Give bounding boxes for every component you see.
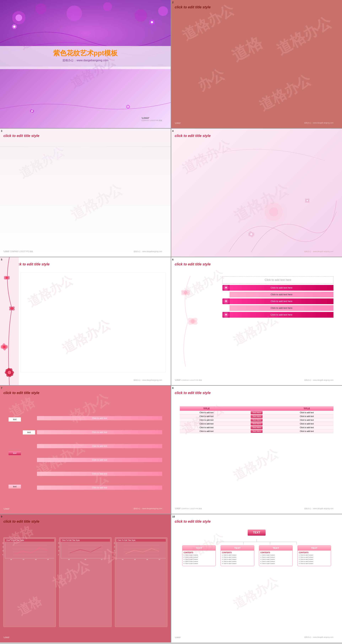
flow-text-2[interactable]: Click to add text (37, 430, 162, 434)
slide6-content: Click to add text here ♥ Click to add te… (222, 276, 334, 319)
org-box4-title[interactable]: TEXT (298, 546, 331, 550)
slide4-arc (188, 139, 325, 164)
cell-r1c2[interactable]: Text Here (233, 411, 280, 414)
wm10-2: 道格办公 (230, 574, 282, 613)
slide3-title[interactable]: click to edit title style (4, 134, 39, 138)
cell-r4c3[interactable]: Click to add text (280, 422, 334, 426)
org-box-3: TEXT CONTENTS 1. Click to add Content2. … (259, 545, 292, 566)
org-box2-items[interactable]: 1. Click to add Content2. Click to add C… (222, 554, 253, 565)
cell-r6c3[interactable]: Click to add text (280, 429, 334, 433)
slide6-bar-3[interactable]: Click to add text here (230, 298, 334, 304)
flow-text-1[interactable]: Click to add text (37, 416, 162, 420)
table-row: Click to add text Text Here Click to add… (180, 422, 334, 426)
org-box1-title[interactable]: TEXT (182, 546, 216, 550)
wm2-3: 办公 (194, 65, 228, 96)
slide-grid: 道格办公 道格办公 (0, 0, 342, 642)
wm3-1: 道格办公 (16, 143, 68, 182)
slide6-row-2: Click to add text here (222, 292, 334, 298)
cell-r5c1[interactable]: Click to add text (180, 426, 233, 429)
svg-point-7 (158, 6, 168, 16)
org-box4-items[interactable]: 1. Click to add Content2. Click to add C… (299, 554, 330, 565)
cell-r2c1[interactable]: Click to add text (180, 414, 233, 418)
svg-point-45 (3, 346, 6, 348)
chart2-area: 2015105 (61, 542, 110, 558)
slide7-title[interactable]: click to edit title style (4, 391, 39, 395)
slide3-num: 3 (1, 130, 2, 132)
slide6-bar-1[interactable]: Click to add text here (230, 285, 334, 291)
slide6-header[interactable]: Click to add text here (222, 276, 334, 284)
flow-text-6[interactable]: Click to add text (37, 486, 162, 490)
table-row: Click to add text Text Here Click to add… (180, 429, 334, 433)
slide2-title[interactable]: click to edit title style (175, 5, 210, 9)
cell-r2c2[interactable]: Text Here (233, 414, 280, 418)
org-box2-title[interactable]: TEXT (221, 546, 254, 550)
slide6-bar-4[interactable]: Click to add text here (230, 305, 334, 311)
cell-r1c3[interactable]: Click to add text (280, 411, 334, 414)
slide-6: 道格办公 道格办公 6 click to edit title style Cl… (171, 257, 342, 385)
slide4-title[interactable]: click to edit title style (175, 134, 210, 138)
org-box3-title[interactable]: TEXT (259, 546, 292, 550)
org-box1-items[interactable]: 1. Click to add Content2. Click to add C… (184, 554, 214, 565)
slide6-bar-5[interactable]: Click to add text here (230, 312, 334, 318)
slide6-bar-2[interactable]: Click to add text here (230, 292, 334, 298)
table-row: Click to add text Text Here Click to add… (180, 418, 334, 422)
chart1-y-labels: 2015105 (2, 542, 4, 558)
slide4-num: 4 (172, 130, 174, 132)
slide6-title[interactable]: click to edit title style (175, 262, 210, 266)
flow-box-plain-1[interactable]: text (8, 417, 21, 422)
cell-r3c3[interactable]: Click to add text (280, 418, 334, 422)
slide6-logo: 'LOGO' COMPANY LOGOTYPE 模板 (175, 379, 202, 382)
cell-r3c1[interactable]: Click to add text (180, 418, 233, 422)
org-box-1: TEXT CONTENTS 1. Click to add Content2. … (182, 545, 216, 566)
org-box3-items[interactable]: 1. Click to add Content2. Click to add C… (260, 554, 291, 565)
svg-point-12 (13, 26, 15, 28)
slide8-title[interactable]: click to edit title style (175, 391, 210, 395)
slide9-title[interactable]: click to edit title style (4, 520, 39, 524)
chart1-area: 2015105 (5, 542, 54, 558)
watermark-8: 道格办公 道格办公 (171, 386, 342, 514)
svg-point-27 (269, 207, 278, 216)
cell-r2c3[interactable]: Click to add text (280, 414, 334, 418)
org-box4-content: CONTENTS 1. Click to add Content2. Click… (298, 550, 331, 566)
slide4-url: 道格办公：www.daogeb angong.com (304, 250, 334, 253)
slide-2: 道格办公 道格 办公 道格办公 道格办公 2 click to edit tit… (171, 0, 342, 128)
cell-r4c2[interactable]: Text Here (233, 422, 280, 426)
org-box2-sub: CONTENTS (222, 552, 253, 554)
wm2-5: 道格办公 (256, 70, 314, 116)
data-table: TITLE TITLE Click to add text Text Here … (180, 406, 334, 433)
svg-point-3 (35, 4, 46, 14)
slide-9: 道格 格办公 道格 公 9 click to edit title style … (0, 514, 171, 642)
org-top-box[interactable]: TEXT (248, 530, 266, 536)
cell-r3c2[interactable]: Text Here (233, 418, 280, 422)
chart2-x-labels: 050607 (61, 559, 110, 560)
slide6-icon-3: ♥ (222, 298, 230, 304)
slide1-main-title[interactable]: 紫色花纹艺术ppt模板 (53, 49, 118, 58)
slide1-sub-title[interactable]: 道格办公：www.daogebangong.com (53, 59, 118, 62)
cell-r5c3[interactable]: Click to add text (280, 426, 334, 429)
slide5-title[interactable]: click to edit title style (14, 262, 50, 266)
slide-5: 道格办公 道格办公 5 click to edit title style (0, 257, 171, 385)
flow-right-col: Click to add text Click to add text Clic… (37, 411, 162, 494)
flow-text-5[interactable]: Click to add text (37, 472, 162, 476)
cell-r6c1[interactable]: Click to add text (180, 429, 233, 433)
flow-left-col: text text text (8, 411, 21, 494)
cell-r5c2[interactable]: Text Here (233, 426, 280, 429)
wm2-4: 道格办公 (273, 12, 335, 60)
cell-r4c1[interactable]: Click to add text (180, 422, 233, 426)
flow-box-light-1[interactable]: text (8, 485, 21, 488)
chart3-x-labels: 04050607 (116, 559, 166, 560)
chart2-y-labels: 2015105 (58, 542, 60, 558)
flow-box-pink-1[interactable]: text (8, 451, 21, 455)
slide-1: 道格办公 道格办公 (0, 0, 171, 128)
table-row: Click to add text Text Here Click to add… (180, 411, 334, 414)
logo-text: 'LOGO' (142, 117, 162, 120)
cell-r6c2[interactable]: Text Here (233, 429, 280, 433)
slide2-num: 2 (172, 1, 174, 4)
flow-text-4[interactable]: Click to add text (37, 458, 162, 462)
slide10-title[interactable]: click to edit title style (175, 520, 210, 524)
flow-text-3[interactable]: Click to add text (37, 444, 162, 448)
flow-box-plain-2[interactable]: text (23, 430, 35, 434)
cell-r1c1[interactable]: Click to add text (180, 411, 233, 414)
slide1-logo: 'LOGO' COMPANY LOGOTYPE 模板 (142, 117, 162, 122)
slide6-row-1: ♥ Click to add text here (222, 285, 334, 291)
